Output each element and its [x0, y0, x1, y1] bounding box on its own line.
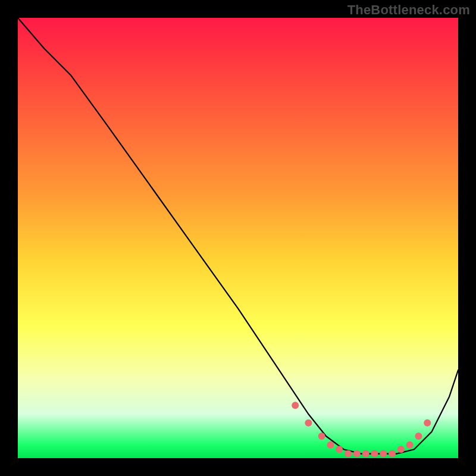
highlight-point	[380, 450, 387, 458]
watermark-text: TheBottleneck.com	[347, 2, 470, 18]
bottleneck-curve	[18, 18, 458, 454]
chart-frame: TheBottleneck.com	[0, 0, 476, 476]
highlight-point	[389, 450, 396, 458]
highlight-point	[397, 446, 405, 453]
highlight-point	[327, 441, 334, 449]
highlight-point	[415, 433, 422, 440]
highlight-point	[336, 446, 343, 453]
highlighted-points-group	[292, 402, 431, 457]
highlight-point	[292, 402, 299, 409]
highlight-point	[305, 419, 312, 427]
plot-area	[18, 18, 458, 458]
highlight-point	[424, 419, 431, 427]
highlight-point	[362, 450, 369, 458]
curve-svg	[18, 18, 458, 458]
highlight-point	[371, 450, 378, 458]
highlight-point	[353, 450, 361, 458]
highlight-point	[318, 433, 325, 440]
highlight-point	[345, 450, 352, 458]
highlight-point	[406, 441, 414, 449]
